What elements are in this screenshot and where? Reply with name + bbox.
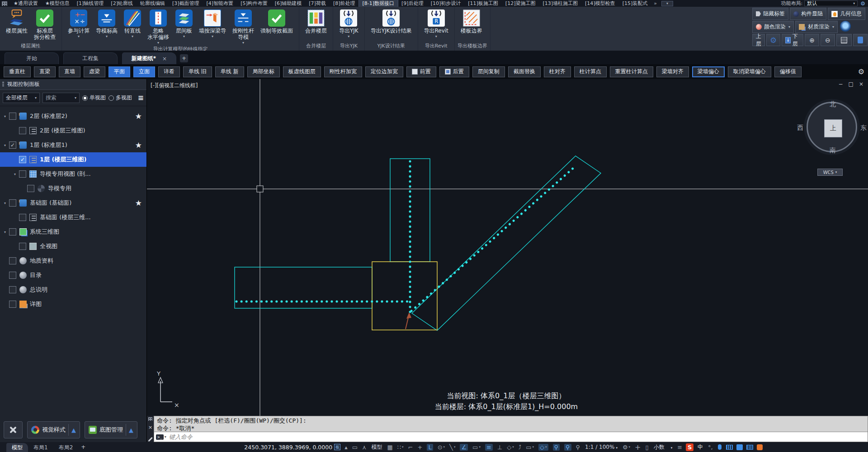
tree-item-floor1-3d-selected[interactable]: ✓ 1层 (楼层三维图) <box>0 152 146 167</box>
tree-item-foundation-3d[interactable]: 基础面 (楼层三维... <box>0 210 146 225</box>
export-revit-button[interactable]: R 导出Revit ▾ <box>421 9 452 39</box>
tree-item-geology[interactable]: 地质资料 <box>0 254 146 268</box>
menu-item[interactable]: [4]智能布置 <box>203 0 237 7</box>
render-globe-icon[interactable] <box>840 21 851 32</box>
polar-tracking-icon[interactable]: ⊙▾ <box>438 444 445 451</box>
expand-icon[interactable]: ▾ <box>3 230 7 234</box>
viewport-controls-label[interactable]: [-][俯视][二维线框] <box>151 82 198 89</box>
favorite-star-icon[interactable]: ★ <box>135 112 142 121</box>
floor-filter-dropdown[interactable]: 全部楼层 ▾ <box>3 93 40 103</box>
angle-snap-icon[interactable]: ∠ <box>460 444 468 451</box>
toolbar-button[interactable]: 梁墙对齐 <box>656 66 689 77</box>
ime-language-toggle[interactable]: 中 <box>698 443 703 451</box>
search-input[interactable]: 搜索 ▾ <box>42 93 80 103</box>
minimize-icon[interactable]: − <box>839 81 843 87</box>
isometric-view-icon[interactable]: ◇▾ <box>507 444 514 451</box>
layout-tab-2[interactable]: 布局2 <box>53 443 79 452</box>
export-elevation-button[interactable]: 导模标高 ▾ <box>93 9 121 39</box>
compass-north-label[interactable]: 北 <box>830 100 836 108</box>
toolbar-button[interactable]: 刚性杆加宽 <box>324 66 362 77</box>
tree-item-system-3d[interactable]: ▾ 系统三维图 <box>0 225 146 239</box>
status-list-icon[interactable]: ≡ <box>677 444 682 451</box>
checkbox[interactable] <box>9 301 16 308</box>
ucs-toggle-icon[interactable]: ⤴ <box>519 444 522 451</box>
toolbar-button[interactable]: 单线 新 <box>215 66 244 77</box>
crosshair-icon[interactable]: + <box>635 443 641 452</box>
settings-gear-icon[interactable]: ⚙ <box>860 0 865 7</box>
toolbar-button[interactable]: 定位边加宽 <box>365 66 403 77</box>
restore-icon[interactable]: □ <box>849 81 854 87</box>
member-visibility-button[interactable]: 构件显隐 <box>790 8 826 20</box>
multi-view-radio[interactable]: 多视图 <box>108 94 132 102</box>
ime-toolbox-icon[interactable] <box>757 444 763 450</box>
compass-top-face[interactable]: 上 <box>824 119 842 137</box>
compass-south-label[interactable]: 南 <box>830 146 836 155</box>
checkbox[interactable] <box>9 113 16 120</box>
wrench-icon[interactable] <box>148 437 153 442</box>
floor-properties-button[interactable]: 楼层属性 <box>3 9 31 35</box>
toolbar-button[interactable]: 局部坐标 <box>247 66 280 77</box>
rigid-bar-export-button[interactable]: 按刚性杆导模 ▾ <box>229 9 257 46</box>
checkbox[interactable] <box>9 228 16 235</box>
toolbar-button-plan-active[interactable]: 平面 <box>108 66 130 77</box>
checkbox[interactable] <box>19 243 26 250</box>
layout-tab-1[interactable]: 布局1 <box>28 443 53 452</box>
ignore-horizontal-offset-button[interactable]: 忽略水平偏移 ▾ <box>144 9 172 46</box>
menu-item[interactable]: 轮廓线编辑 <box>137 0 169 7</box>
layer-gear-button[interactable]: ⚙ <box>766 34 780 46</box>
export-yjk-button[interactable]: 导出YJK ▾ <box>336 9 362 39</box>
tree-item-export-view[interactable]: ▾ 导模专用视图 (剖... <box>0 167 146 181</box>
panel-tools-button[interactable] <box>4 421 23 438</box>
color-render-dropdown[interactable]: 颜色渲染▾ <box>752 21 794 33</box>
select-cursor-icon[interactable]: ▴ <box>344 444 348 451</box>
menu-item[interactable]: ★通用设置 <box>10 0 42 7</box>
interlayer-slab-button[interactable]: 层间板 ▾ <box>172 9 196 39</box>
viewport-lock-icon[interactable]: ▭▾ <box>526 444 534 451</box>
tree-item-export-dedicated[interactable]: 导模专用 <box>0 181 146 196</box>
diagonal-beam-outline[interactable] <box>412 156 601 330</box>
panel-menu-icon[interactable]: ≡ <box>138 94 144 102</box>
command-input[interactable] <box>169 433 866 440</box>
close-icon[interactable]: × <box>148 424 152 430</box>
menu-item[interactable]: [5]构件布置 <box>237 0 271 7</box>
menu-item[interactable]: [12]梁施工图 <box>502 0 539 7</box>
toolbar-button[interactable]: 柱计算点 <box>574 66 607 77</box>
material-render-dropdown[interactable]: 材质渲染▾ <box>795 21 838 33</box>
expand-icon[interactable]: ▾ <box>3 143 7 147</box>
expand-icon[interactable]: ▾ <box>13 172 17 176</box>
checkbox[interactable] <box>19 170 26 178</box>
tree-item-detail-drawing[interactable]: 详图 <box>0 297 146 311</box>
toolbar-button[interactable]: 直墙 <box>59 66 80 77</box>
wireframe-cube-icon[interactable]: ◇▾ <box>538 444 548 451</box>
layer-list-button[interactable] <box>836 34 852 46</box>
view-compass[interactable]: 北 西 东 南 上 <box>807 102 857 152</box>
toolbar-button[interactable]: 单线 旧 <box>183 66 212 77</box>
menu-item[interactable]: [3]截面管理 <box>169 0 203 7</box>
hide-tags-button[interactable]: 隐藏标签 <box>752 8 788 20</box>
checkbox[interactable] <box>19 214 26 221</box>
menu-item[interactable]: [7]荷载 <box>305 0 330 7</box>
checkbox[interactable] <box>9 286 16 293</box>
drawing-viewport[interactable]: Y × 当前视图: 体系0_1层（楼层三维图） 当前楼层: 体系0_1层(标准层… <box>147 79 868 416</box>
image-frame-icon[interactable]: ▭ <box>352 444 358 451</box>
compass-west-label[interactable]: 西 <box>797 124 803 132</box>
slab-boundary-button[interactable]: 楼板边界 <box>458 9 486 35</box>
snap-toggle-icon[interactable]: ∷▾ <box>397 444 404 451</box>
toolbar-gear-icon[interactable]: ⚙ <box>858 67 864 76</box>
menu-item[interactable]: [13]墙柱施工图 <box>539 0 581 7</box>
tree-item-catalog[interactable]: 目录 <box>0 268 146 282</box>
document-panel-button[interactable] <box>853 34 868 46</box>
lower-layer-button[interactable]: ↓下层 <box>782 34 803 46</box>
menu-item[interactable]: [2]轮廓线 <box>107 0 137 7</box>
force-equivalent-section-button[interactable]: 强制等效截面 <box>257 9 296 35</box>
toolbar-button[interactable]: 重置柱计算点 <box>610 66 653 77</box>
toolbar-button[interactable]: 直梁 <box>34 66 56 77</box>
microphone-icon[interactable] <box>718 444 722 450</box>
units-dropdown[interactable]: 小数▾ <box>654 443 673 451</box>
menu-item-active[interactable]: [8-1]数据接口 <box>359 0 398 7</box>
to-straight-line-button[interactable]: 转直线 ▾ <box>121 9 144 39</box>
zoom-scale-dropdown[interactable]: 1:1 / 100%▾ <box>585 444 618 450</box>
standard-floor-split-check-button[interactable]: 标准层拆分检查 <box>31 9 59 41</box>
chevron-up-icon[interactable]: ▲ <box>129 427 133 433</box>
tab-start[interactable]: 开始 <box>5 52 59 64</box>
